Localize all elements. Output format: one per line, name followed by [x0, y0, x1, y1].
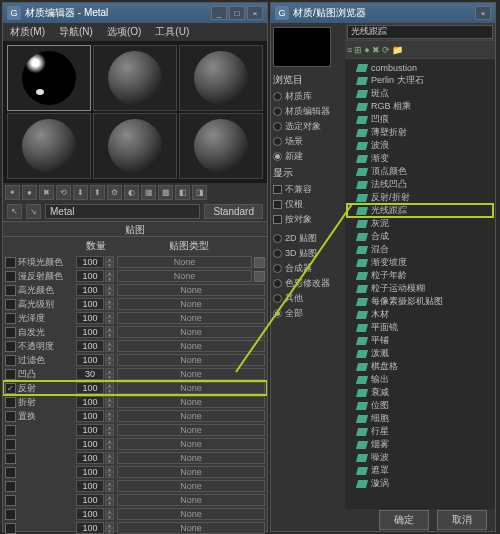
tree-item[interactable]: 薄壁折射	[347, 126, 493, 139]
param-amount[interactable]: 100	[76, 424, 104, 436]
param-amount[interactable]: 100	[76, 438, 104, 450]
spin-down[interactable]: ▼	[105, 388, 114, 394]
browse-option[interactable]: 材质库	[273, 89, 343, 104]
sample-slot-6[interactable]	[179, 113, 263, 179]
param-checkbox[interactable]	[5, 285, 16, 296]
tree-item[interactable]: 平铺	[347, 334, 493, 347]
tree-item[interactable]: 棋盘格	[347, 360, 493, 373]
map-slot-button[interactable]: None	[117, 508, 265, 520]
type-option[interactable]: 其他	[273, 291, 343, 306]
spin-down[interactable]: ▼	[105, 528, 114, 534]
param-amount[interactable]: 100	[76, 326, 104, 338]
param-amount[interactable]: 100	[76, 480, 104, 492]
param-checkbox[interactable]	[5, 397, 16, 408]
go-forward-button[interactable]: ↘	[26, 204, 41, 219]
close-button[interactable]: ×	[475, 6, 491, 20]
type-option[interactable]: 色彩修改器	[273, 276, 343, 291]
tree-item[interactable]: 细胞	[347, 412, 493, 425]
map-slot-button[interactable]: None	[117, 410, 265, 422]
menu-material[interactable]: 材质(M)	[7, 25, 48, 39]
cancel-button[interactable]: 取消	[437, 510, 487, 530]
spin-down[interactable]: ▼	[105, 416, 114, 422]
tree-item[interactable]: 波浪	[347, 139, 493, 152]
param-amount[interactable]: 100	[76, 256, 104, 268]
param-checkbox[interactable]: ✓	[5, 383, 16, 394]
map-slot-button[interactable]: None	[117, 312, 265, 324]
param-checkbox[interactable]	[5, 271, 16, 282]
map-slot-button[interactable]: None	[117, 368, 265, 380]
tree-item[interactable]: 行星	[347, 425, 493, 438]
map-slot-button[interactable]: None	[117, 480, 265, 492]
spin-down[interactable]: ▼	[105, 374, 114, 380]
param-amount[interactable]: 100	[76, 410, 104, 422]
tree-item[interactable]: 粒子年龄	[347, 269, 493, 282]
minimize-button[interactable]: _	[211, 6, 227, 20]
param-checkbox[interactable]	[5, 411, 16, 422]
param-amount[interactable]: 100	[76, 466, 104, 478]
tool-put[interactable]: ⬇	[73, 185, 88, 200]
tree-item[interactable]: Perlin 大理石	[347, 74, 493, 87]
param-checkbox[interactable]	[5, 299, 16, 310]
spin-down[interactable]: ▼	[105, 500, 114, 506]
tool-parent[interactable]: ◧	[175, 185, 190, 200]
menu-navigate[interactable]: 导航(N)	[56, 25, 96, 39]
show-option[interactable]: 不兼容	[273, 182, 343, 197]
param-checkbox[interactable]	[5, 495, 16, 506]
tree-item[interactable]: 噪波	[347, 451, 493, 464]
tree-item[interactable]: 漩涡	[347, 477, 493, 490]
spin-down[interactable]: ▼	[105, 444, 114, 450]
sample-slot-2[interactable]	[93, 45, 177, 111]
type-option[interactable]: 全部	[273, 306, 343, 321]
tree-item[interactable]: 每像素摄影机贴图	[347, 295, 493, 308]
tree-item[interactable]: 灰泥	[347, 217, 493, 230]
spin-down[interactable]: ▼	[105, 304, 114, 310]
map-slot-button[interactable]: None	[117, 424, 265, 436]
show-option[interactable]: 按对象	[273, 212, 343, 227]
map-slot-button[interactable]: None	[117, 452, 265, 464]
tree-item[interactable]: 顶点颜色	[347, 165, 493, 178]
tool-assign[interactable]: ●	[22, 185, 37, 200]
param-checkbox[interactable]	[5, 481, 16, 492]
browse-option[interactable]: 新建	[273, 149, 343, 164]
map-slot-button[interactable]: None	[117, 354, 265, 366]
browse-option[interactable]: 材质编辑器	[273, 104, 343, 119]
tree-item[interactable]: 烟雾	[347, 438, 493, 451]
map-slot-button[interactable]: None	[117, 382, 265, 394]
browse-option[interactable]: 场景	[273, 134, 343, 149]
param-checkbox[interactable]	[5, 327, 16, 338]
map-slot-button[interactable]: None	[117, 326, 265, 338]
tool-delete[interactable]: ✖	[39, 185, 54, 200]
param-amount[interactable]: 100	[76, 522, 104, 534]
right-titlebar[interactable]: G 材质/贴图浏览器 ×	[271, 3, 495, 23]
param-amount[interactable]: 100	[76, 312, 104, 324]
tool-get[interactable]: ⬆	[90, 185, 105, 200]
tree-item[interactable]: 反射/折射	[347, 191, 493, 204]
spin-down[interactable]: ▼	[105, 318, 114, 324]
tree-item[interactable]: 泼溅	[347, 347, 493, 360]
param-amount[interactable]: 100	[76, 298, 104, 310]
go-parent-button[interactable]: ↖	[7, 204, 22, 219]
refresh-icon[interactable]: ⟳	[382, 45, 390, 55]
map-slot-button[interactable]: None	[117, 340, 265, 352]
param-amount[interactable]: 100	[76, 270, 104, 282]
param-checkbox[interactable]	[5, 467, 16, 478]
param-checkbox[interactable]	[5, 509, 16, 520]
color-swatch[interactable]	[254, 271, 265, 282]
menu-tools[interactable]: 工具(U)	[152, 25, 192, 39]
view-large-icon[interactable]: ●	[364, 45, 369, 55]
spin-down[interactable]: ▼	[105, 360, 114, 366]
tree-item[interactable]: 光线跟踪	[347, 204, 493, 217]
param-checkbox[interactable]	[5, 369, 16, 380]
param-checkbox[interactable]	[5, 257, 16, 268]
spin-down[interactable]: ▼	[105, 290, 114, 296]
param-amount[interactable]: 100	[76, 354, 104, 366]
tree-item[interactable]: 遮罩	[347, 464, 493, 477]
close-button[interactable]: ×	[247, 6, 263, 20]
ok-button[interactable]: 确定	[379, 510, 429, 530]
maximize-button[interactable]: □	[229, 6, 245, 20]
param-checkbox[interactable]	[5, 439, 16, 450]
tree-item[interactable]: 木材	[347, 308, 493, 321]
map-slot-button[interactable]: None	[117, 494, 265, 506]
param-checkbox[interactable]	[5, 355, 16, 366]
param-checkbox[interactable]	[5, 523, 16, 534]
